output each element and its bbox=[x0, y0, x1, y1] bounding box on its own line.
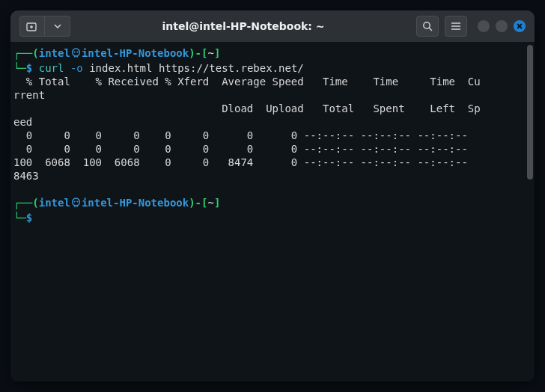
search-icon bbox=[422, 21, 433, 31]
prompt-symbol: $ bbox=[26, 62, 32, 74]
curl-progress-row3-wrap: 8463 bbox=[13, 170, 39, 182]
command-flag: -o bbox=[70, 62, 83, 74]
svg-point-16 bbox=[72, 198, 79, 206]
prompt-host: intel-HP-Notebook bbox=[82, 47, 189, 59]
search-button[interactable] bbox=[416, 16, 439, 37]
prompt-cwd: ~ bbox=[207, 197, 213, 209]
skull-icon bbox=[70, 48, 82, 61]
svg-point-18 bbox=[76, 200, 78, 202]
titlebar: intel@intel-HP-Notebook: ~ bbox=[10, 10, 535, 42]
command-bin: curl bbox=[39, 62, 64, 74]
skull-icon bbox=[70, 197, 82, 211]
curl-header-line1-wrap: rrent bbox=[13, 89, 45, 101]
window-controls bbox=[478, 20, 526, 32]
svg-point-11 bbox=[73, 51, 75, 52]
titlebar-left-group bbox=[19, 16, 70, 37]
prompt-host: intel-HP-Notebook bbox=[82, 197, 189, 209]
terminal-output: ┌──(intelintel-HP-Notebook)-[~] └─$ curl… bbox=[13, 46, 532, 224]
new-tab-icon bbox=[26, 21, 38, 31]
curl-header-line2: Dload Upload Total Spent Left Sp bbox=[13, 102, 481, 114]
hamburger-icon bbox=[451, 22, 461, 31]
prompt-user: intel bbox=[39, 197, 70, 209]
svg-line-4 bbox=[429, 28, 432, 31]
prompt-symbol: $ bbox=[26, 212, 32, 224]
prompt-cwd: ~ bbox=[207, 47, 213, 59]
curl-progress-row1: 0 0 0 0 0 0 0 0 --:--:-- --:--:-- --:--:… bbox=[13, 129, 487, 141]
new-tab-button[interactable] bbox=[19, 16, 45, 37]
svg-point-10 bbox=[72, 49, 79, 56]
svg-point-3 bbox=[424, 22, 430, 28]
maximize-button[interactable] bbox=[496, 20, 508, 32]
titlebar-right-group bbox=[416, 16, 526, 37]
command-args: index.html https://test.rebex.net/ bbox=[89, 62, 304, 74]
menu-button[interactable] bbox=[445, 16, 467, 37]
close-icon bbox=[514, 20, 526, 32]
curl-header-line2-wrap: eed bbox=[13, 116, 32, 128]
chevron-down-icon bbox=[54, 24, 61, 28]
curl-progress-row3: 100 6068 100 6068 0 0 8474 0 --:--:-- --… bbox=[13, 156, 481, 168]
curl-header-line1: % Total % Received % Xferd Average Speed… bbox=[13, 76, 481, 88]
prompt-user: intel bbox=[39, 47, 70, 59]
minimize-button[interactable] bbox=[478, 20, 490, 32]
terminal-viewport[interactable]: ┌──(intelintel-HP-Notebook)-[~] └─$ curl… bbox=[10, 42, 535, 382]
svg-point-17 bbox=[73, 200, 75, 202]
close-button[interactable] bbox=[514, 20, 526, 32]
terminal-window: intel@intel-HP-Notebook: ~ bbox=[10, 10, 535, 382]
window-title: intel@intel-HP-Notebook: ~ bbox=[76, 20, 410, 32]
svg-point-12 bbox=[76, 51, 78, 52]
curl-progress-row2: 0 0 0 0 0 0 0 0 --:--:-- --:--:-- --:--:… bbox=[13, 143, 487, 155]
tab-dropdown-button[interactable] bbox=[45, 16, 70, 37]
scrollbar-thumb[interactable] bbox=[527, 45, 533, 180]
